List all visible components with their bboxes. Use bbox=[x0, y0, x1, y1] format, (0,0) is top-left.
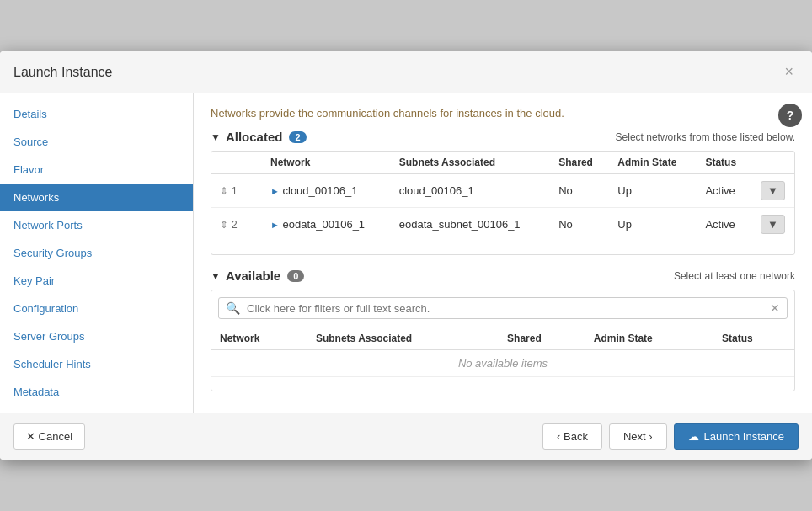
no-items-row: No available items bbox=[211, 350, 794, 377]
available-table: Network Subnets Associated Shared Admin … bbox=[211, 327, 794, 377]
sidebar-item-network-ports[interactable]: Network Ports bbox=[0, 211, 193, 239]
next-button[interactable]: Next › bbox=[609, 423, 667, 450]
row1-subnets: cloud_00106_1 bbox=[391, 174, 550, 208]
available-header-row: Network Subnets Associated Shared Admin … bbox=[211, 327, 794, 350]
available-section: 🔍 ✕ Network Subnets Associated Shared Ad… bbox=[211, 290, 795, 391]
row2-action: ▼ bbox=[752, 208, 794, 242]
available-section-header: ▼ Available 0 Select at least one networ… bbox=[211, 269, 795, 283]
sidebar-item-details[interactable]: Details bbox=[0, 100, 193, 128]
allocated-toggle-icon[interactable]: ▼ bbox=[211, 131, 221, 143]
row1-action: ▼ bbox=[752, 174, 794, 208]
sidebar-item-configuration[interactable]: Configuration bbox=[0, 295, 193, 322]
sort-icon-1: ⇕ bbox=[220, 185, 228, 197]
available-col-admin-state: Admin State bbox=[585, 327, 713, 350]
allocated-title: Allocated bbox=[226, 130, 283, 144]
main-content: ? Networks provide the communication cha… bbox=[194, 93, 812, 413]
launch-button[interactable]: ☁ Launch Instance bbox=[674, 423, 799, 450]
sidebar-item-flavor[interactable]: Flavor bbox=[0, 156, 193, 184]
sidebar-item-key-pair[interactable]: Key Pair bbox=[0, 267, 193, 295]
footer-right-buttons: ‹ Back Next › ☁ Launch Instance bbox=[542, 423, 799, 450]
close-button[interactable]: × bbox=[779, 61, 799, 83]
row1-admin-state: Up bbox=[609, 174, 697, 208]
allocated-badge: 2 bbox=[289, 131, 306, 143]
row1-order: ⇕ 1 bbox=[211, 174, 262, 208]
launch-instance-modal: Launch Instance × Details Source Flavor … bbox=[0, 51, 812, 460]
cancel-button[interactable]: ✕ Cancel bbox=[13, 423, 85, 450]
allocated-table-wrapper: Network Subnets Associated Shared Admin … bbox=[211, 151, 795, 255]
modal-title: Launch Instance bbox=[13, 65, 112, 80]
allocated-col-status: Status bbox=[697, 152, 752, 174]
row2-admin-state: Up bbox=[609, 208, 697, 242]
allocated-row-1: ⇕ 1 ► cloud_00106_1 cloud_00106_1 No Up bbox=[211, 174, 794, 208]
allocated-col-action bbox=[752, 152, 794, 174]
no-items-text: No available items bbox=[211, 350, 794, 377]
launch-label: Launch Instance bbox=[704, 430, 784, 443]
modal-body: Details Source Flavor Networks Network P… bbox=[0, 93, 812, 413]
allocated-col-subnets: Subnets Associated bbox=[391, 152, 550, 174]
info-text: Networks provide the communication chann… bbox=[211, 107, 795, 120]
search-icon: 🔍 bbox=[226, 301, 240, 315]
sidebar-item-metadata[interactable]: Metadata bbox=[0, 378, 193, 406]
available-col-network: Network bbox=[211, 327, 307, 350]
allocated-header-row: Network Subnets Associated Shared Admin … bbox=[211, 152, 794, 174]
modal-header: Launch Instance × bbox=[0, 51, 812, 93]
available-hint: Select at least one network bbox=[674, 270, 795, 282]
sidebar: Details Source Flavor Networks Network P… bbox=[0, 93, 194, 413]
sidebar-item-networks[interactable]: Networks bbox=[0, 184, 193, 211]
row1-network: ► cloud_00106_1 bbox=[262, 174, 391, 208]
row2-status: Active bbox=[697, 208, 752, 242]
available-toggle-icon[interactable]: ▼ bbox=[211, 270, 221, 282]
row2-down-button[interactable]: ▼ bbox=[761, 215, 785, 234]
row1-status: Active bbox=[697, 174, 752, 208]
allocated-section-header: ▼ Allocated 2 Select networks from those… bbox=[211, 130, 795, 144]
row2-subnets: eodata_subnet_00106_1 bbox=[391, 208, 550, 242]
sidebar-item-security-groups[interactable]: Security Groups bbox=[0, 239, 193, 267]
row1-handle: ⇕ 1 bbox=[220, 185, 238, 197]
allocated-hint: Select networks from those listed below. bbox=[616, 131, 795, 143]
row2-expand-icon[interactable]: ► bbox=[270, 220, 280, 230]
allocated-col-network: Network bbox=[262, 152, 391, 174]
allocated-table: Network Subnets Associated Shared Admin … bbox=[211, 152, 794, 241]
row1-down-button[interactable]: ▼ bbox=[761, 181, 785, 200]
sidebar-item-server-groups[interactable]: Server Groups bbox=[0, 322, 193, 350]
available-col-shared: Shared bbox=[499, 327, 585, 350]
available-col-status: Status bbox=[713, 327, 794, 350]
search-input[interactable] bbox=[247, 302, 770, 315]
sort-icon-2: ⇕ bbox=[220, 219, 228, 231]
modal-footer: ✕ Cancel ‹ Back Next › ☁ Launch Instance bbox=[0, 413, 812, 460]
sidebar-item-scheduler-hints[interactable]: Scheduler Hints bbox=[0, 350, 193, 378]
row2-order: ⇕ 2 bbox=[211, 208, 262, 242]
allocated-col-shared: Shared bbox=[550, 152, 609, 174]
row2-network: ► eodata_00106_1 bbox=[262, 208, 391, 242]
row2-shared: No bbox=[550, 208, 609, 242]
search-bar-wrapper: 🔍 ✕ bbox=[211, 290, 794, 319]
sidebar-item-source[interactable]: Source bbox=[0, 128, 193, 156]
allocated-col-order bbox=[211, 152, 262, 174]
allocated-col-admin-state: Admin State bbox=[609, 152, 697, 174]
available-title: Available bbox=[226, 269, 280, 283]
row1-shared: No bbox=[550, 174, 609, 208]
help-button[interactable]: ? bbox=[778, 104, 802, 127]
launch-icon: ☁ bbox=[688, 430, 699, 443]
search-bar: 🔍 ✕ bbox=[218, 297, 788, 319]
available-col-subnets: Subnets Associated bbox=[307, 327, 499, 350]
allocated-row-2: ⇕ 2 ► eodata_00106_1 eodata_subnet_00106… bbox=[211, 208, 794, 242]
row1-expand-icon[interactable]: ► bbox=[270, 186, 280, 196]
back-button[interactable]: ‹ Back bbox=[542, 423, 602, 450]
search-clear-icon[interactable]: ✕ bbox=[770, 301, 780, 315]
available-badge: 0 bbox=[287, 270, 304, 282]
row2-handle: ⇕ 2 bbox=[220, 219, 238, 231]
